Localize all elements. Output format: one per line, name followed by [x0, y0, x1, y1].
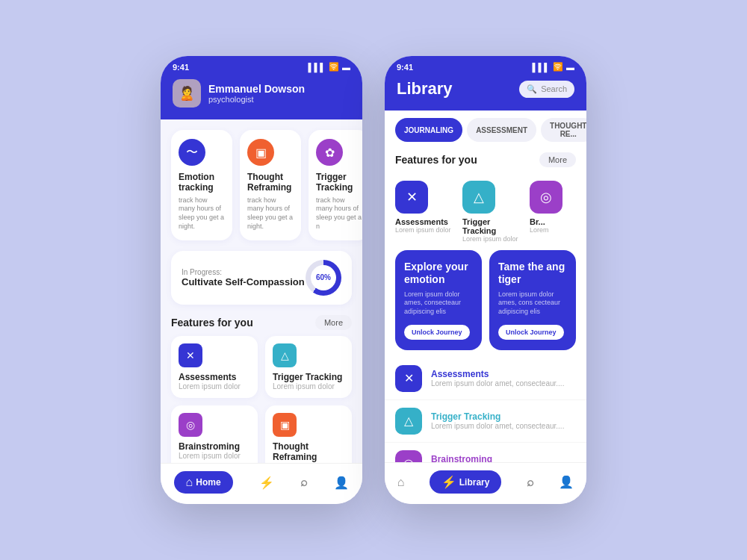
tab-thought[interactable]: THOUGHT RE...	[541, 118, 586, 142]
features-grid: ✕ Assessments Lorem ipsum dolor △ Trigge…	[161, 336, 362, 463]
list-brain-info: Brainstroming Lorem ipsum dolor amet, co…	[431, 454, 564, 462]
journey-row: Explore your emotion Lorem ipsum dolor a…	[385, 250, 586, 358]
nav-library[interactable]: ⚡ Library	[430, 470, 502, 494]
unlock-explore-btn[interactable]: Unlock Journey	[404, 325, 470, 340]
nav-home-right[interactable]: ⌂	[397, 476, 405, 489]
grid-brainstroming[interactable]: ◎ Brainstroming Lorem ipsum dolor	[171, 405, 258, 463]
journey-explore[interactable]: Explore your emotion Lorem ipsum dolor a…	[395, 250, 482, 350]
progress-circle: 60%	[306, 260, 341, 296]
list-trigger-desc: Lorem ipsum dolor amet, consecteaur....	[431, 422, 564, 430]
thought-icon: ▣	[247, 139, 274, 166]
lib-brain-desc: Lorem	[530, 226, 549, 234]
bottom-nav-right: ⌂ ⚡ Library ⌕ 👤	[385, 462, 586, 504]
nav-search-right[interactable]: ⌕	[527, 476, 534, 489]
grid-brainstroming-title: Brainstroming	[179, 441, 250, 452]
tab-journaling[interactable]: JOURNALING	[395, 118, 462, 142]
lib-features-header: Features for you More	[385, 142, 586, 173]
unlock-tame-btn[interactable]: Unlock Journey	[498, 325, 564, 340]
list-trigger-title: Trigger Tracking	[431, 411, 564, 422]
status-time-left: 9:41	[173, 63, 189, 72]
home-icon: ⌂	[186, 476, 193, 489]
list-item-brain[interactable]: ◎ Brainstroming Lorem ipsum dolor amet, …	[385, 443, 586, 462]
journey-explore-title: Explore your emotion	[404, 261, 473, 286]
tab-assessment[interactable]: ASSESSMENT	[467, 118, 536, 142]
list-trigger-info: Trigger Tracking Lorem ipsum dolor amet,…	[431, 411, 564, 430]
lib-card-trigger[interactable]: △ Trigger Tracking Lorem ipsum dolor	[462, 181, 522, 243]
grid-brainstroming-icon: ◎	[179, 413, 202, 437]
list-assessments-desc: Lorem ipsum dolor amet, consecteaur....	[431, 379, 564, 388]
lib-assessments-title: Assessments	[395, 217, 448, 226]
profile-icon-right: 👤	[559, 475, 574, 489]
list-brain-icon: ◎	[395, 450, 422, 462]
lib-features-title: Features for you	[395, 154, 477, 166]
user-name: Emmanuel Dowson	[208, 83, 305, 95]
user-details: Emmanuel Dowson psychologist	[208, 83, 305, 104]
grid-assessments-icon: ✕	[179, 343, 202, 367]
progress-section: In Progress: Cultivate Self-Compassion 6…	[171, 251, 352, 305]
search-icon-left: ⌕	[300, 476, 308, 489]
grid-thought-reframing[interactable]: ▣ Thought Reframing Lorem ipsum dolor	[265, 405, 352, 463]
nav-profile-right[interactable]: 👤	[559, 475, 574, 489]
nav-activity[interactable]: ⚡	[259, 476, 274, 490]
library-icon: ⚡	[441, 475, 456, 489]
list-item-trigger[interactable]: △ Trigger Tracking Lorem ipsum dolor ame…	[385, 400, 586, 443]
list-assessments-info: Assessments Lorem ipsum dolor amet, cons…	[431, 369, 564, 388]
card-thought[interactable]: ▣ Thought Reframing track how many hours…	[240, 130, 301, 240]
grid-thought-icon: ▣	[273, 413, 297, 437]
card-thought-title: Thought Reframing	[247, 172, 294, 193]
more-button-right[interactable]: More	[539, 152, 576, 167]
list-item-assessments[interactable]: ✕ Assessments Lorem ipsum dolor amet, co…	[385, 358, 586, 400]
signal-icon-right: ▌▌▌	[533, 63, 550, 72]
lib-assessments-icon: ✕	[395, 181, 428, 214]
card-trigger-title: Trigger Tracking	[316, 172, 362, 193]
progress-label: In Progress:	[182, 268, 305, 276]
library-title: Library	[397, 79, 453, 99]
nav-home-label: Home	[196, 477, 220, 488]
battery-icon-right: ▬	[566, 63, 574, 72]
lib-card-assessments[interactable]: ✕ Assessments Lorem ipsum dolor	[395, 181, 455, 243]
library-tabs: JOURNALING ASSESSMENT THOUGHT RE...	[385, 111, 586, 142]
status-icons-right: ▌▌▌ 🛜 ▬	[533, 62, 574, 72]
right-phone: 9:41 ▌▌▌ 🛜 ▬ Library 🔍 Search JOURNALING…	[385, 56, 586, 504]
lib-card-brain[interactable]: ◎ Br... Lorem	[530, 181, 586, 243]
phone-header-left: 🙎 Emmanuel Dowson psychologist	[161, 75, 362, 119]
list-assessments-icon: ✕	[395, 365, 422, 392]
list-assessments-title: Assessments	[431, 369, 564, 379]
journey-explore-desc: Lorem ipsum dolor ames, consecteaur adip…	[404, 290, 473, 317]
lib-trigger-icon: △	[462, 181, 495, 214]
more-button-left[interactable]: More	[315, 315, 352, 330]
home-icon-right: ⌂	[397, 476, 405, 489]
status-bar-left: 9:41 ▌▌▌ 🛜 ▬	[161, 56, 362, 75]
list-trigger-icon: △	[395, 408, 422, 435]
left-phone-content: 〜 Emotion tracking track how many hours …	[161, 119, 362, 463]
grid-assessments[interactable]: ✕ Assessments Lorem ipsum dolor	[171, 336, 258, 398]
search-icon-right-nav: ⌕	[527, 476, 534, 489]
grid-assessments-title: Assessments	[179, 372, 250, 382]
card-emotion[interactable]: 〜 Emotion tracking track how many hours …	[171, 130, 232, 240]
progress-percent: 60%	[311, 265, 336, 290]
nav-search-left[interactable]: ⌕	[300, 476, 308, 489]
bottom-nav-left: ⌂ Home ⚡ ⌕ 👤	[161, 463, 362, 504]
left-phone: 9:41 ▌▌▌ 🛜 ▬ 🙎 Emmanuel Dowson psycholog…	[161, 56, 362, 504]
trigger-icon: ✿	[316, 139, 343, 166]
card-trigger-desc: track how many hours of sleep you get a …	[316, 196, 362, 231]
card-thought-desc: track how many hours of sleep you get a …	[247, 196, 294, 231]
wifi-icon-right: 🛜	[553, 62, 563, 72]
library-header: Library 🔍 Search	[385, 75, 586, 111]
progress-title: Cultivate Self-Compassion	[182, 276, 305, 287]
search-box[interactable]: 🔍 Search	[519, 81, 574, 98]
card-emotion-desc: track how many hours of sleep you get a …	[179, 196, 225, 231]
activity-icon: ⚡	[259, 476, 274, 490]
card-trigger[interactable]: ✿ Trigger Tracking track how many hours …	[309, 130, 362, 240]
user-role: psychologist	[208, 95, 305, 104]
nav-home[interactable]: ⌂ Home	[174, 471, 233, 494]
journey-tame[interactable]: Tame the ang tiger Lorem ipsum dolor ame…	[489, 250, 576, 350]
nav-profile-left[interactable]: 👤	[334, 476, 349, 490]
grid-trigger[interactable]: △ Trigger Tracking Lorem ipsum dolor	[265, 336, 352, 398]
lib-trigger-desc: Lorem ipsum dolor	[462, 235, 518, 243]
battery-icon: ▬	[342, 63, 350, 72]
grid-thought-title: Thought Reframing	[273, 441, 344, 462]
grid-trigger-title: Trigger Tracking	[273, 372, 344, 382]
avatar: 🙎	[173, 79, 201, 108]
search-placeholder: Search	[541, 84, 567, 93]
